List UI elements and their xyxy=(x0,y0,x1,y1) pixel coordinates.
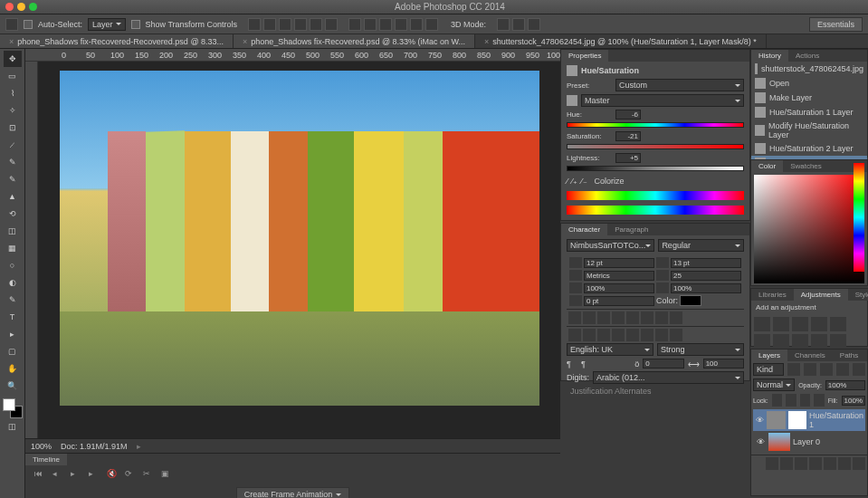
underline-icon[interactable] xyxy=(655,311,668,324)
split-icon[interactable]: ✂ xyxy=(143,469,154,480)
distribute-icon[interactable] xyxy=(410,18,423,31)
filter-adj-icon[interactable] xyxy=(804,363,816,376)
adjustments-tab[interactable]: Adjustments xyxy=(794,289,848,301)
fill-input[interactable]: 100% xyxy=(842,396,865,406)
color-balance-icon[interactable] xyxy=(773,334,789,349)
document-tab[interactable]: ×shutterstock_478062454.jpg @ 100% (Hue/… xyxy=(475,34,767,48)
opentype-icon[interactable] xyxy=(655,329,668,341)
levels-icon[interactable] xyxy=(773,317,789,331)
lightness-slider[interactable] xyxy=(567,166,744,171)
eraser-tool[interactable]: ◫ xyxy=(4,223,22,239)
antialias-dropdown[interactable]: Strong xyxy=(657,343,744,356)
layer-filter-dropdown[interactable]: Kind xyxy=(753,363,784,376)
channel-icon[interactable] xyxy=(567,95,577,106)
timeline-tab[interactable]: Timeline xyxy=(25,454,67,465)
create-frame-button[interactable]: Create Frame Animation xyxy=(236,487,350,498)
bold-icon[interactable] xyxy=(568,311,581,324)
document-tab[interactable]: ×phone_Shadows fix-Recovered-Recovered.p… xyxy=(0,34,234,48)
eyedropper-plus-icon[interactable]: ∕₊ xyxy=(572,177,578,186)
dir-ltr-icon[interactable]: ¶ xyxy=(567,359,577,369)
baseline-input[interactable]: 0 pt xyxy=(584,296,654,306)
color-swatch[interactable] xyxy=(3,398,23,418)
pen-tool[interactable]: ✎ xyxy=(4,292,22,308)
super-icon[interactable] xyxy=(626,311,639,324)
crop-tool[interactable]: ⊡ xyxy=(4,120,22,136)
hue-slider[interactable] xyxy=(567,122,744,128)
gradient-tool[interactable]: ▦ xyxy=(4,240,22,256)
diacritic-icon[interactable]: ö xyxy=(634,359,639,369)
photo-filter-icon[interactable] xyxy=(811,334,827,349)
history-item[interactable]: Make Layer xyxy=(751,91,867,105)
layers-tab[interactable]: Layers xyxy=(751,350,787,361)
dodge-tool[interactable]: ◐ xyxy=(4,274,22,291)
history-item[interactable]: Hue/Saturation 2 Layer xyxy=(751,141,867,156)
exposure-icon[interactable] xyxy=(811,317,827,331)
color-picker[interactable] xyxy=(754,175,864,283)
brush-tool[interactable]: ✎ xyxy=(4,171,22,187)
swatches-tab[interactable]: Swatches xyxy=(783,160,829,172)
auto-select-checkbox[interactable] xyxy=(24,20,33,29)
channel-dropdown[interactable]: Master xyxy=(581,94,744,107)
eyedropper-minus-icon[interactable]: ∕₋ xyxy=(581,177,587,186)
history-item[interactable]: Open xyxy=(751,76,867,91)
blend-mode-dropdown[interactable]: Normal xyxy=(753,378,795,391)
3d-icon[interactable] xyxy=(528,18,540,31)
loop-icon[interactable]: ⟳ xyxy=(125,469,136,480)
history-tab[interactable]: History xyxy=(751,50,788,62)
layer-row[interactable]: 👁Hue/Saturation 1 xyxy=(753,409,865,431)
path-select-tool[interactable]: ▸ xyxy=(4,326,22,342)
close-tab-icon[interactable]: × xyxy=(484,37,489,46)
strike-icon[interactable] xyxy=(670,311,682,324)
preset-dropdown[interactable]: Custom xyxy=(615,79,744,91)
font-style-dropdown[interactable]: Regular xyxy=(658,239,744,252)
minimize-window-icon[interactable] xyxy=(17,3,25,11)
distribute-icon[interactable] xyxy=(348,18,361,31)
document-tab[interactable]: ×phone_Shadows fix-Recovered.psd @ 8.33%… xyxy=(234,34,475,48)
align-icon[interactable] xyxy=(310,18,322,31)
libraries-tab[interactable]: Libraries xyxy=(751,289,794,301)
close-window-icon[interactable] xyxy=(5,3,14,11)
font-dropdown[interactable]: NimbusSanTOTCo... xyxy=(567,239,654,252)
transition-icon[interactable]: ▣ xyxy=(161,469,172,480)
lasso-tool[interactable]: ⌇ xyxy=(4,85,22,101)
stamp-tool[interactable]: ▲ xyxy=(4,188,22,205)
vibrance-icon[interactable] xyxy=(830,317,846,331)
align-icon[interactable] xyxy=(248,18,261,31)
close-tab-icon[interactable]: × xyxy=(9,37,14,46)
layer-row[interactable]: 👁Layer 0 xyxy=(753,431,865,453)
opentype-icon[interactable] xyxy=(568,329,581,341)
hue-input[interactable]: -6 xyxy=(615,110,641,120)
marquee-tool[interactable]: ▭ xyxy=(4,68,22,84)
italic-icon[interactable] xyxy=(583,311,596,324)
kashida-icon[interactable]: ⟷ xyxy=(688,359,700,369)
shape-tool[interactable]: ▢ xyxy=(4,343,22,359)
filter-smart-icon[interactable] xyxy=(853,363,865,376)
prev-frame-icon[interactable]: ◂ xyxy=(52,469,63,480)
audio-icon[interactable]: 🔇 xyxy=(107,469,118,480)
color-tab[interactable]: Color xyxy=(751,160,783,172)
bw-icon[interactable] xyxy=(792,334,808,349)
magic-wand-tool[interactable]: ✧ xyxy=(4,102,22,119)
canvas[interactable] xyxy=(38,62,560,438)
font-size-input[interactable]: 12 pt xyxy=(584,258,654,268)
trash-icon[interactable] xyxy=(853,457,865,470)
opacity-input[interactable]: 100% xyxy=(825,380,865,390)
sub-icon[interactable] xyxy=(641,311,653,324)
digits-dropdown[interactable]: Arabic (012... xyxy=(593,371,744,384)
play-icon[interactable]: ▸ xyxy=(71,469,81,480)
align-icon[interactable] xyxy=(263,18,276,31)
zoom-level[interactable]: 100% xyxy=(31,442,52,451)
dir-rtl-icon[interactable]: ¶ xyxy=(581,359,592,369)
character-tab[interactable]: Character xyxy=(561,224,607,235)
3d-icon[interactable] xyxy=(512,18,525,31)
kerning-input[interactable]: Metrics xyxy=(584,271,654,281)
opentype-icon[interactable] xyxy=(597,329,610,341)
next-frame-icon[interactable]: ▸ xyxy=(89,469,100,480)
close-tab-icon[interactable]: × xyxy=(243,37,247,46)
paragraph-tab[interactable]: Paragraph xyxy=(607,224,655,235)
opentype-icon[interactable] xyxy=(670,329,682,341)
language-dropdown[interactable]: English: UK xyxy=(567,343,653,356)
go-first-icon[interactable]: ⏮ xyxy=(34,469,45,480)
lock-pixel-icon[interactable] xyxy=(786,394,796,407)
hscale-input[interactable]: 100% xyxy=(671,283,741,293)
